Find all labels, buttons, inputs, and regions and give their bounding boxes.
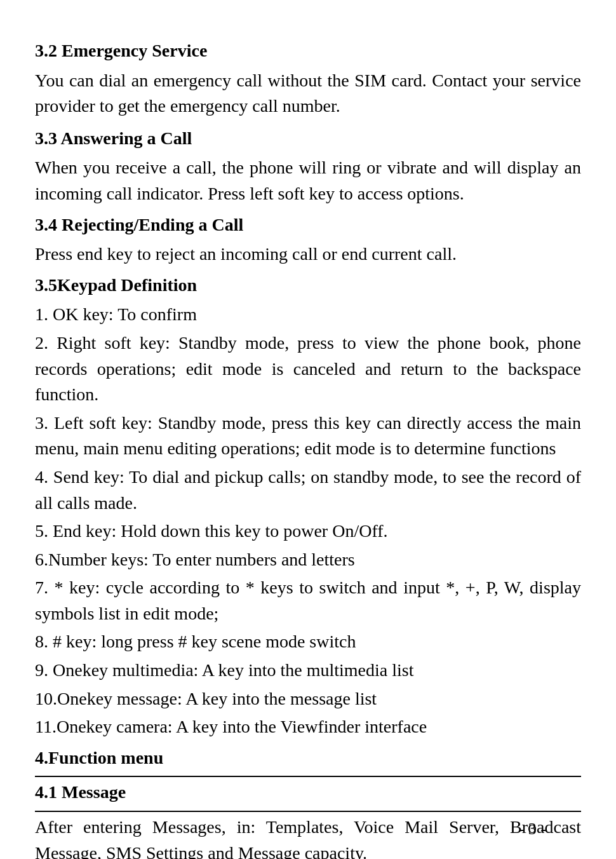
list-item: 4. Send key: To dial and pickup calls; o…: [35, 464, 581, 516]
section-32-heading: 3.2 Emergency Service: [35, 38, 581, 64]
list-item: 10.Onekey message: A key into the messag…: [35, 686, 581, 712]
page-wrapper: 3.2 Emergency Service You can dial an em…: [35, 38, 581, 859]
section-4: 4.Function menu: [35, 745, 581, 771]
section-divider-bottom: [35, 811, 581, 812]
list-item: 6.Number keys: To enter numbers and lett…: [35, 547, 581, 573]
section-35: 3.5Keypad Definition 1. OK key: To confi…: [35, 273, 581, 740]
list-item: 9. Onekey multimedia: A key into the mul…: [35, 658, 581, 684]
section-34-heading: 3.4 Rejecting/Ending a Call: [35, 212, 581, 238]
list-item: 1. OK key: To confirm: [35, 302, 581, 328]
section-32: 3.2 Emergency Service You can dial an em…: [35, 38, 581, 119]
section-32-body: You can dial an emergency call without t…: [35, 68, 581, 119]
section-divider-top: [35, 776, 581, 777]
list-item: 7. * key: cycle according to * keys to s…: [35, 575, 581, 626]
section-41: 4.1 Message After entering Messages, in:…: [35, 780, 581, 859]
section-35-heading: 3.5Keypad Definition: [35, 273, 581, 299]
list-item: 2. Right soft key: Standby mode, press t…: [35, 330, 581, 408]
section-41-heading: 4.1 Message: [35, 780, 581, 806]
list-item: 3. Left soft key: Standby mode, press th…: [35, 410, 581, 462]
section-4-heading: 4.Function menu: [35, 745, 581, 771]
section-33: 3.3 Answering a Call When you receive a …: [35, 126, 581, 207]
page-number: - 3 -: [519, 817, 546, 841]
section-34-body: Press end key to reject an incoming call…: [35, 241, 581, 267]
section-35-items: 1. OK key: To confirm2. Right soft key: …: [35, 302, 581, 740]
list-item: 11.Onekey camera: A key into the Viewfin…: [35, 714, 581, 740]
section-33-body: When you receive a call, the phone will …: [35, 155, 581, 206]
section-33-heading: 3.3 Answering a Call: [35, 126, 581, 152]
section-34: 3.4 Rejecting/Ending a Call Press end ke…: [35, 212, 581, 267]
list-item: 5. End key: Hold down this key to power …: [35, 518, 581, 544]
section-41-body: After entering Messages, in: Templates, …: [35, 815, 581, 859]
list-item: 8. # key: long press # key scene mode sw…: [35, 629, 581, 655]
